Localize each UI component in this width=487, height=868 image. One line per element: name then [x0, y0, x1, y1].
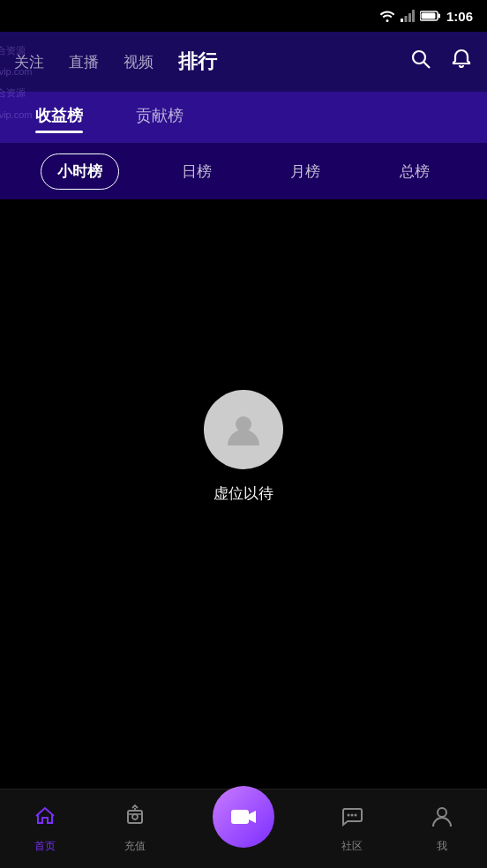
wifi-icon	[379, 10, 395, 22]
battery-icon	[420, 10, 441, 22]
search-icon[interactable]	[409, 48, 432, 76]
time-tab-all[interactable]: 总榜	[383, 153, 446, 190]
svg-rect-3	[412, 10, 415, 22]
live-camera-icon	[229, 803, 258, 831]
community-label: 社区	[341, 839, 363, 854]
bottom-nav-community[interactable]: 社区	[340, 804, 364, 854]
svg-rect-0	[401, 19, 403, 22]
profile-label: 我	[437, 839, 447, 854]
user-icon	[430, 804, 454, 834]
nav-tab-rank[interactable]: 排行	[178, 49, 217, 75]
money-icon	[123, 804, 147, 834]
live-button[interactable]	[213, 786, 274, 848]
bell-icon[interactable]	[450, 48, 473, 76]
svg-rect-2	[408, 13, 411, 22]
svg-rect-5	[438, 14, 440, 19]
home-icon	[33, 804, 57, 834]
svg-rect-1	[404, 16, 407, 22]
svg-point-13	[348, 814, 350, 817]
top-nav: 关注 直播 视频 排行	[0, 32, 487, 92]
sub-tab-earnings[interactable]: 收益榜	[35, 105, 83, 130]
nav-tab-video[interactable]: 视频	[124, 52, 154, 72]
time-tab-hourly[interactable]: 小时榜	[41, 153, 119, 190]
svg-point-15	[355, 814, 357, 817]
svg-line-8	[424, 63, 431, 69]
home-label: 首页	[34, 839, 56, 854]
empty-state-text: 虚位以待	[214, 483, 273, 504]
empty-avatar	[204, 390, 283, 469]
svg-rect-10	[128, 811, 142, 823]
sub-tab-contribution[interactable]: 贡献榜	[136, 105, 184, 130]
bottom-nav-profile[interactable]: 我	[430, 804, 454, 854]
time-tab-monthly[interactable]: 月榜	[273, 153, 337, 190]
time-tabs: 小时榜 日榜 月榜 总榜	[0, 143, 487, 199]
status-time: 1:06	[446, 9, 473, 24]
nav-actions	[409, 48, 473, 76]
bottom-nav: 首页 充值	[0, 789, 487, 868]
recharge-label: 充值	[124, 839, 146, 854]
status-icons: 1:06	[379, 9, 473, 24]
sub-tabs: 收益榜 贡献榜	[0, 92, 487, 143]
status-bar: 1:06	[0, 0, 487, 32]
svg-point-7	[413, 51, 425, 64]
svg-rect-12	[231, 810, 249, 824]
nav-tab-live[interactable]: 直播	[69, 52, 99, 72]
signal-icon	[401, 10, 415, 22]
svg-point-14	[351, 814, 354, 817]
bottom-nav-live[interactable]	[213, 786, 274, 855]
svg-rect-6	[421, 13, 435, 19]
time-tab-daily[interactable]: 日榜	[165, 153, 229, 190]
bottom-nav-home[interactable]: 首页	[33, 804, 57, 854]
nav-tabs: 关注 直播 视频 排行	[14, 49, 217, 75]
main-content: 虚位以待	[0, 199, 487, 693]
nav-tab-follow[interactable]: 关注	[14, 52, 44, 72]
bottom-nav-recharge[interactable]: 充值	[123, 804, 147, 854]
svg-point-11	[132, 814, 138, 819]
svg-point-16	[438, 808, 446, 817]
chat-icon	[340, 804, 364, 834]
person-icon	[222, 408, 265, 451]
